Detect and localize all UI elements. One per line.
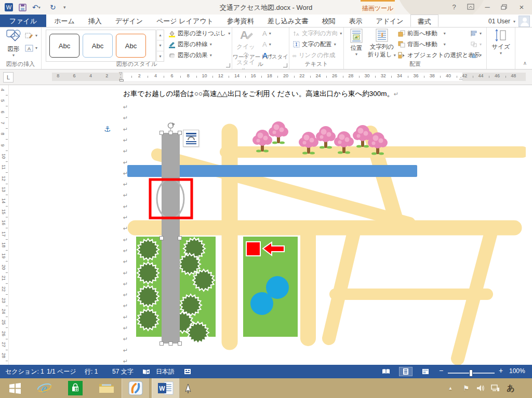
selection-handle[interactable]	[178, 342, 182, 346]
text-outline-button[interactable]: A▾	[262, 39, 271, 49]
park-bush[interactable]	[187, 322, 209, 344]
cherry-tree[interactable]	[316, 126, 336, 149]
selection-pane-button[interactable]: オブジェクトの選択と表示	[398, 50, 480, 60]
gray-road-selected-shape[interactable]	[162, 133, 180, 344]
shape-fill-button[interactable]: 図形の塗りつぶし▾	[168, 29, 230, 38]
position-button[interactable]: 位置▾	[346, 29, 367, 57]
tab-8[interactable]: 表示	[342, 15, 369, 27]
selection-handle[interactable]	[178, 237, 182, 240]
proofing-status-icon[interactable]	[139, 367, 153, 376]
ribbon-display-options-button[interactable]	[463, 1, 478, 12]
bring-forward-button[interactable]: 前面へ移動▾	[398, 29, 446, 38]
shape-style-1[interactable]: Abc	[49, 34, 79, 58]
internet-explorer-icon[interactable]: e	[30, 378, 58, 398]
text-box-button[interactable]: A▾	[25, 43, 37, 53]
selection-handle[interactable]	[178, 131, 182, 135]
selection-handle[interactable]	[160, 237, 164, 240]
tab-4[interactable]: ページ レイアウト	[150, 15, 220, 27]
shapes-button[interactable]: 図形 ▾	[3, 29, 24, 58]
park-bush[interactable]	[193, 269, 215, 291]
rotate-objects-button[interactable]: ▾	[470, 50, 482, 60]
first-line-indent-marker[interactable]: ▽	[119, 71, 122, 76]
zoom-level[interactable]: 100%	[509, 367, 525, 375]
selection-handle[interactable]	[160, 131, 164, 135]
text-direction-button[interactable]: A 文字列の方向▾	[292, 29, 342, 38]
vertical-ruler[interactable]: 4567891011121314151617181920212223242526…	[0, 85, 9, 365]
layout-options-button[interactable]	[183, 130, 199, 147]
capture-app-icon[interactable]	[122, 378, 150, 398]
zoom-in-button[interactable]: +	[499, 366, 503, 375]
read-mode-view-button[interactable]	[379, 367, 393, 376]
shape-style-2[interactable]: Abc	[83, 34, 113, 58]
collapse-ribbon-button[interactable]: ∧	[523, 60, 527, 66]
create-link-button[interactable]: ∞ リンクの作成	[292, 50, 335, 60]
restore-button[interactable]	[497, 1, 511, 12]
park-bush[interactable]	[179, 253, 201, 275]
user-account[interactable]: 01 User ▾	[488, 16, 530, 27]
status-page[interactable]: 1/1 ページ	[47, 367, 76, 376]
tab-file[interactable]: ファイル	[0, 15, 46, 27]
body-text[interactable]: お車でお越しの場合は○○高速△△出口をご利用ください。高速出口から東へ約300m…	[123, 89, 398, 99]
minimize-button[interactable]: ─	[480, 1, 495, 12]
text-fill-button[interactable]: A▾	[262, 29, 271, 38]
selection-handle[interactable]	[160, 342, 164, 346]
tab-format-active[interactable]: 書式	[410, 15, 438, 27]
align-objects-button[interactable]: ▾	[470, 29, 482, 38]
windows-store-icon[interactable]	[61, 378, 89, 398]
size-button[interactable]: サイズ▾	[490, 29, 511, 56]
tray-network-icon[interactable]	[488, 378, 502, 398]
wordart-dialog-launcher[interactable]	[283, 63, 287, 67]
document-page[interactable]: 4567891011121314151617181920212223242526…	[0, 85, 532, 365]
group-objects-button[interactable]: ▾	[470, 39, 482, 49]
shape-style-3[interactable]: Abc	[116, 34, 146, 58]
left-indent-marker[interactable]	[119, 79, 124, 81]
horizontal-ruler[interactable]: ▽ △ △ 8642246810121416182022242628303234…	[52, 73, 526, 81]
zoom-out-button[interactable]: −	[439, 366, 443, 375]
status-line[interactable]: 行: 1	[85, 367, 98, 376]
tab-stop-selector[interactable]: L	[3, 72, 14, 83]
shape-outline-button[interactable]: 図形の枠線▾	[168, 39, 212, 49]
ruler-tick	[261, 76, 262, 78]
edit-shape-button[interactable]: ▾	[25, 31, 37, 40]
tray-action-center-icon[interactable]: ⚑	[459, 378, 473, 398]
shape-styles-dialog-launcher[interactable]	[226, 63, 230, 67]
tray-volume-icon[interactable]	[474, 378, 487, 398]
ime-pad-icon[interactable]	[181, 367, 194, 376]
send-backward-button[interactable]: 背面へ移動▾	[398, 39, 446, 49]
tray-show-hidden-icon[interactable]: ▲	[444, 378, 457, 398]
file-explorer-icon[interactable]	[92, 378, 121, 398]
help-button[interactable]: ?	[447, 1, 461, 12]
selection-handle[interactable]	[169, 342, 172, 346]
tab-6[interactable]: 差し込み文書	[261, 15, 315, 27]
gallery-down-button[interactable]: ▼	[157, 40, 164, 51]
park-bush[interactable]	[137, 309, 159, 331]
tab-9[interactable]: アドイン	[369, 15, 410, 27]
wrap-text-button[interactable]: 文字列の 折り返し ▾	[368, 29, 396, 59]
start-button[interactable]	[0, 378, 30, 398]
road-diagonal[interactable]	[157, 155, 409, 223]
park-bush[interactable]	[137, 262, 159, 284]
zoom-slider-thumb[interactable]	[469, 369, 473, 377]
gallery-up-button[interactable]: ▲	[157, 30, 164, 40]
print-layout-view-button[interactable]	[399, 367, 413, 376]
park-bush[interactable]	[137, 285, 159, 307]
destination-marker[interactable]	[246, 242, 260, 256]
tab-5[interactable]: 参考資料	[220, 15, 261, 27]
status-language[interactable]: 日本語	[156, 367, 175, 376]
close-button[interactable]: ×	[514, 1, 529, 12]
shape-effects-button[interactable]: 図形の効果▾	[168, 50, 212, 60]
tab-2[interactable]: 挿入	[82, 15, 109, 27]
tab-1[interactable]: ホーム	[47, 15, 82, 27]
pond-circle-lower[interactable]	[250, 292, 273, 315]
selection-handle[interactable]	[169, 131, 172, 135]
web-layout-view-button[interactable]	[419, 367, 432, 376]
tray-ime-indicator[interactable]: あ	[503, 378, 518, 398]
status-word-count[interactable]: 57 文字	[112, 367, 134, 376]
tab-7[interactable]: 校閲	[315, 15, 342, 27]
status-section[interactable]: セクション: 1	[5, 367, 44, 376]
road-slant-lower-left[interactable]	[329, 232, 354, 338]
word-taskbar-icon[interactable]: W	[152, 378, 180, 398]
tab-3[interactable]: デザイン	[109, 15, 150, 27]
park-bush[interactable]	[137, 239, 159, 260]
align-text-button[interactable]: 文字の配置▾	[292, 39, 336, 49]
